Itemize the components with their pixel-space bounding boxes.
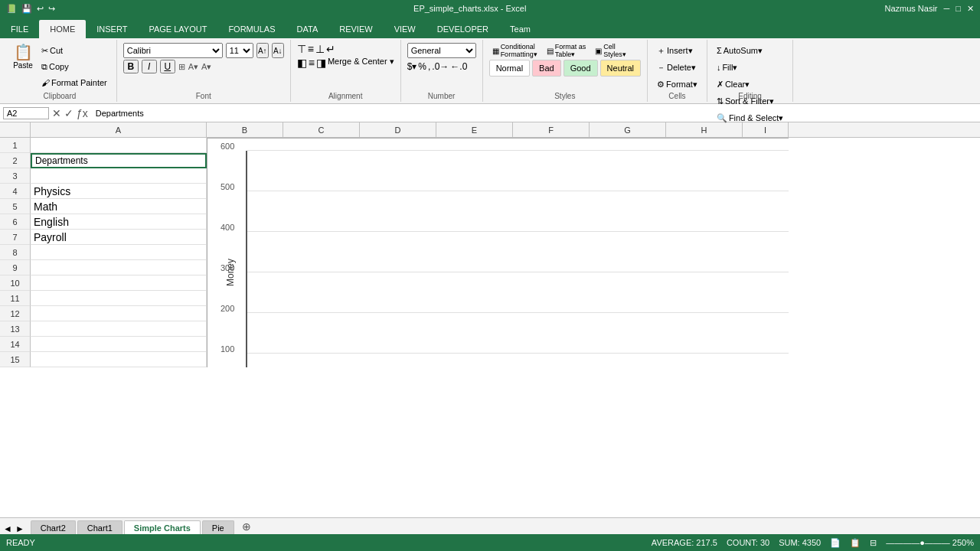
percent-button[interactable]: % <box>418 61 426 72</box>
tab-review[interactable]: REVIEW <box>328 20 383 38</box>
formula-input[interactable] <box>93 109 977 118</box>
cell-a4[interactable]: Physics <box>31 184 207 199</box>
align-middle-button[interactable]: ≡ <box>308 43 314 55</box>
col-header-a[interactable]: A <box>31 122 207 137</box>
align-bottom-button[interactable]: ⊥ <box>315 43 325 55</box>
row-header-14[interactable]: 14 <box>0 337 31 352</box>
row-header-15[interactable]: 15 <box>0 352 31 367</box>
align-right-button[interactable]: ◨ <box>316 57 326 69</box>
currency-button[interactable]: $▾ <box>407 61 417 72</box>
maximize-btn[interactable]: □ <box>956 4 961 13</box>
tab-file[interactable]: FILE <box>0 20 39 38</box>
font-size-increase[interactable]: A↑ <box>256 43 269 58</box>
font-color-button[interactable]: A▾ <box>201 62 211 72</box>
copy-button[interactable]: ⧉ Copy <box>38 59 110 74</box>
col-header-c[interactable]: C <box>283 122 360 137</box>
col-header-g[interactable]: G <box>590 122 666 137</box>
cell-reference-box[interactable] <box>3 107 49 119</box>
quick-access-undo[interactable]: ↩ <box>37 4 44 14</box>
cell-a3[interactable] <box>31 168 207 184</box>
cut-button[interactable]: ✂ Cut <box>38 43 110 58</box>
borders-button[interactable]: ⊞ <box>178 62 185 72</box>
style-bad[interactable]: Bad <box>532 60 561 77</box>
col-header-b[interactable]: B <box>207 122 283 137</box>
find-select-button[interactable]: 🔍 Find & Select▾ <box>714 110 786 126</box>
cell-a10[interactable] <box>31 276 207 291</box>
cell-a1[interactable] <box>31 138 207 153</box>
decrease-decimal-button[interactable]: ←.0 <box>450 61 467 72</box>
row-header-11[interactable]: 11 <box>0 291 31 306</box>
row-header-2[interactable]: 2 <box>0 153 31 168</box>
tab-developer[interactable]: DEVELOPER <box>426 20 499 38</box>
clear-button[interactable]: ✗ Clear▾ <box>714 77 753 92</box>
tab-home[interactable]: HOME <box>39 20 86 38</box>
number-format-select[interactable]: General <box>407 43 476 58</box>
cell-a9[interactable] <box>31 260 207 276</box>
sheet-tab-simple-charts[interactable]: Simple Charts <box>124 520 201 534</box>
sheet-scroll-right[interactable]: ► <box>15 523 24 534</box>
quick-access-redo[interactable]: ↪ <box>48 4 55 14</box>
delete-cells-button[interactable]: － Delete▾ <box>654 60 699 75</box>
comma-button[interactable]: , <box>428 61 430 72</box>
fill-color-button[interactable]: A▾ <box>188 62 198 72</box>
row-header-13[interactable]: 13 <box>0 321 31 337</box>
cell-a5[interactable]: Math <box>31 199 207 214</box>
sheet-scroll-left[interactable]: ◄ <box>3 523 12 534</box>
row-header-7[interactable]: 7 <box>0 230 31 245</box>
autosum-button[interactable]: Σ AutoSum▾ <box>714 43 766 58</box>
tab-page-layout[interactable]: PAGE LAYOUT <box>138 20 217 38</box>
sheet-tab-pie[interactable]: Pie <box>202 520 234 534</box>
wrap-text-button[interactable]: ↵ <box>326 43 335 55</box>
sheet-tab-chart1[interactable]: Chart1 <box>77 520 122 534</box>
underline-button[interactable]: U <box>160 60 175 73</box>
row-header-10[interactable]: 10 <box>0 276 31 291</box>
align-center-button[interactable]: ≡ <box>309 57 315 69</box>
confirm-formula-icon[interactable]: ✓ <box>64 107 74 119</box>
font-size-select[interactable]: 11 <box>226 43 253 58</box>
conditional-formatting-button[interactable]: ▦ ConditionalFormatting▾ <box>489 43 541 58</box>
align-top-button[interactable]: ⊤ <box>297 43 306 55</box>
increase-decimal-button[interactable]: .0→ <box>432 61 449 72</box>
tab-data[interactable]: DATA <box>286 20 329 38</box>
cell-a8[interactable] <box>31 245 207 260</box>
close-btn[interactable]: ✕ <box>967 4 974 14</box>
row-header-1[interactable]: 1 <box>0 138 31 153</box>
row-header-12[interactable]: 12 <box>0 306 31 321</box>
cell-a14[interactable] <box>31 337 207 352</box>
style-neutral[interactable]: Neutral <box>600 60 641 77</box>
tab-team[interactable]: Team <box>499 20 541 38</box>
font-name-select[interactable]: Calibri <box>123 43 223 58</box>
quick-access-save[interactable]: 💾 <box>21 4 32 14</box>
col-header-f[interactable]: F <box>513 122 590 137</box>
insert-cells-button[interactable]: ＋ Insert▾ <box>654 43 696 58</box>
row-header-3[interactable]: 3 <box>0 168 31 184</box>
row-header-8[interactable]: 8 <box>0 245 31 260</box>
col-header-d[interactable]: D <box>360 122 436 137</box>
paste-button[interactable]: 📋 Paste <box>9 43 37 71</box>
zoom-page-layout[interactable]: 📋 <box>850 538 861 548</box>
row-header-6[interactable]: 6 <box>0 214 31 230</box>
format-painter-button[interactable]: 🖌 Format Painter <box>38 75 110 90</box>
merge-center-button[interactable]: Merge & Center ▾ <box>328 57 394 69</box>
style-normal[interactable]: Normal <box>489 60 530 77</box>
cell-a11[interactable] <box>31 291 207 306</box>
cell-a2[interactable]: Departments <box>31 153 207 168</box>
cancel-formula-icon[interactable]: ✕ <box>52 107 61 119</box>
cell-a6[interactable]: English <box>31 214 207 230</box>
zoom-normal-view[interactable]: 📄 <box>830 538 841 548</box>
format-cells-button[interactable]: ⚙ Format▾ <box>654 77 701 92</box>
fill-button[interactable]: ↓ Fill▾ <box>714 60 741 75</box>
format-as-table-button[interactable]: ▤ Format asTable▾ <box>544 43 590 58</box>
col-header-e[interactable]: E <box>436 122 513 137</box>
row-header-5[interactable]: 5 <box>0 199 31 214</box>
cell-a12[interactable] <box>31 306 207 321</box>
row-header-9[interactable]: 9 <box>0 260 31 276</box>
row-header-4[interactable]: 4 <box>0 184 31 199</box>
minimize-btn[interactable]: ─ <box>944 4 950 13</box>
cell-a13[interactable] <box>31 321 207 337</box>
sheet-tab-chart2[interactable]: Chart2 <box>31 520 76 534</box>
zoom-slider[interactable]: ————●——— 250% <box>886 538 974 547</box>
cell-styles-button[interactable]: ▣ CellStyles▾ <box>592 43 629 58</box>
insert-function-icon[interactable]: ƒx <box>77 107 88 119</box>
style-good[interactable]: Good <box>564 60 598 77</box>
